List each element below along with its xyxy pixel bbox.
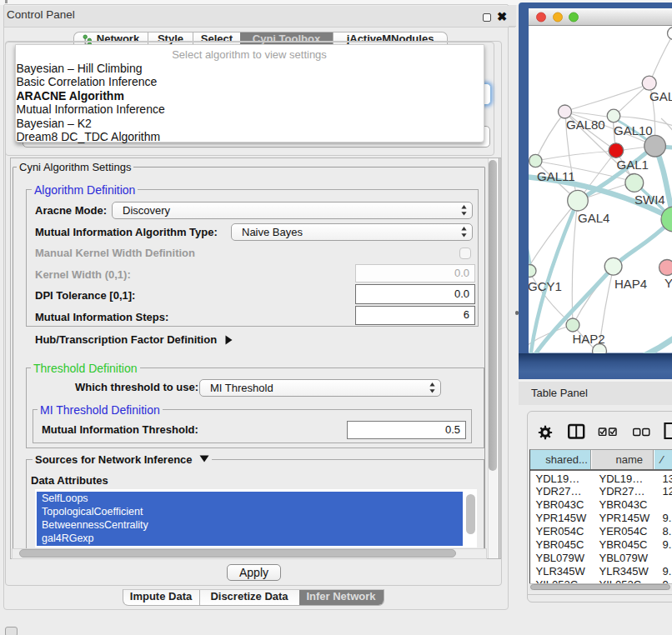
svg-text:SWI4: SWI4: [634, 192, 665, 207]
svg-text:HAP4: HAP4: [614, 277, 647, 291]
svg-text:YM: YM: [664, 276, 672, 290]
svg-text:GAL11: GAL11: [537, 169, 575, 183]
svg-text:GAL7: GAL7: [649, 89, 672, 103]
svg-text:GAL10: GAL10: [614, 123, 653, 138]
svg-text:GAL4: GAL4: [578, 211, 609, 225]
svg-text:HAP2: HAP2: [573, 332, 605, 346]
svg-text:GAL80: GAL80: [566, 118, 605, 132]
svg-text:GAL1: GAL1: [617, 158, 649, 172]
svg-text:GCY1: GCY1: [529, 279, 562, 293]
